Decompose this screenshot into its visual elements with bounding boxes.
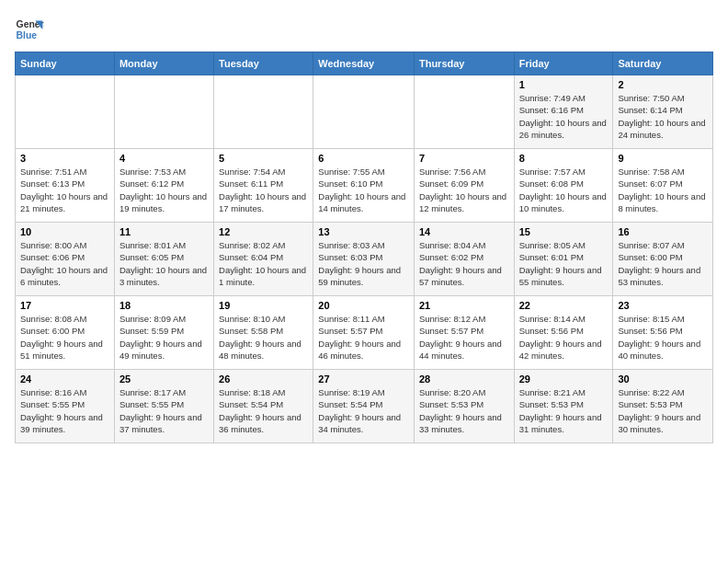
day-info: Sunrise: 8:20 AM Sunset: 5:53 PM Dayligh… <box>419 386 509 435</box>
day-cell: 12Sunrise: 8:02 AM Sunset: 6:04 PM Dayli… <box>214 223 313 296</box>
day-number: 27 <box>318 373 409 385</box>
day-cell: 29Sunrise: 8:21 AM Sunset: 5:53 PM Dayli… <box>514 370 613 443</box>
day-cell: 10Sunrise: 8:00 AM Sunset: 6:06 PM Dayli… <box>16 223 115 296</box>
day-cell: 26Sunrise: 8:18 AM Sunset: 5:54 PM Dayli… <box>214 370 313 443</box>
day-cell: 19Sunrise: 8:10 AM Sunset: 5:58 PM Dayli… <box>214 296 313 370</box>
day-cell: 9Sunrise: 7:58 AM Sunset: 6:07 PM Daylig… <box>613 149 713 223</box>
page-header: General Blue <box>15 15 713 44</box>
day-info: Sunrise: 8:17 AM Sunset: 5:55 PM Dayligh… <box>119 386 209 435</box>
day-cell: 20Sunrise: 8:11 AM Sunset: 5:57 PM Dayli… <box>313 296 415 370</box>
day-number: 10 <box>20 226 109 237</box>
day-info: Sunrise: 8:05 AM Sunset: 6:01 PM Dayligh… <box>519 239 609 288</box>
day-info: Sunrise: 7:50 AM Sunset: 6:14 PM Dayligh… <box>618 92 708 141</box>
day-info: Sunrise: 8:09 AM Sunset: 5:59 PM Dayligh… <box>119 313 209 362</box>
day-info: Sunrise: 8:14 AM Sunset: 5:56 PM Dayligh… <box>519 313 609 362</box>
day-number: 24 <box>20 373 109 385</box>
day-cell: 27Sunrise: 8:19 AM Sunset: 5:54 PM Dayli… <box>313 370 415 443</box>
weekday-header-thursday: Thursday <box>414 52 514 75</box>
day-cell: 14Sunrise: 8:04 AM Sunset: 6:02 PM Dayli… <box>414 223 514 296</box>
day-cell: 5Sunrise: 7:54 AM Sunset: 6:11 PM Daylig… <box>214 149 313 223</box>
week-row-3: 10Sunrise: 8:00 AM Sunset: 6:06 PM Dayli… <box>16 223 713 296</box>
day-cell: 7Sunrise: 7:56 AM Sunset: 6:09 PM Daylig… <box>414 149 514 223</box>
day-number: 7 <box>419 153 509 164</box>
day-number: 14 <box>419 226 509 237</box>
day-cell: 16Sunrise: 8:07 AM Sunset: 6:00 PM Dayli… <box>613 223 713 296</box>
day-info: Sunrise: 7:58 AM Sunset: 6:07 PM Dayligh… <box>618 166 708 214</box>
logo: General Blue <box>15 15 44 44</box>
day-number: 22 <box>519 300 609 311</box>
day-cell <box>114 75 213 149</box>
day-info: Sunrise: 8:00 AM Sunset: 6:06 PM Dayligh… <box>20 239 109 288</box>
day-cell <box>16 75 115 149</box>
day-cell: 11Sunrise: 8:01 AM Sunset: 6:05 PM Dayli… <box>114 223 213 296</box>
day-cell <box>414 75 514 149</box>
day-number: 15 <box>519 226 609 237</box>
day-info: Sunrise: 8:04 AM Sunset: 6:02 PM Dayligh… <box>419 239 509 288</box>
day-number: 2 <box>618 79 708 90</box>
day-cell: 8Sunrise: 7:57 AM Sunset: 6:08 PM Daylig… <box>514 149 613 223</box>
day-info: Sunrise: 7:49 AM Sunset: 6:16 PM Dayligh… <box>519 92 609 141</box>
day-number: 26 <box>219 373 308 385</box>
day-cell: 13Sunrise: 8:03 AM Sunset: 6:03 PM Dayli… <box>313 223 415 296</box>
day-info: Sunrise: 8:15 AM Sunset: 5:56 PM Dayligh… <box>618 313 708 362</box>
svg-text:Blue: Blue <box>17 30 38 40</box>
day-info: Sunrise: 8:03 AM Sunset: 6:03 PM Dayligh… <box>318 239 409 288</box>
day-info: Sunrise: 8:19 AM Sunset: 5:54 PM Dayligh… <box>318 386 409 435</box>
day-number: 20 <box>318 300 409 311</box>
day-number: 8 <box>519 153 609 164</box>
day-info: Sunrise: 7:51 AM Sunset: 6:13 PM Dayligh… <box>20 166 109 214</box>
day-info: Sunrise: 8:22 AM Sunset: 5:53 PM Dayligh… <box>618 386 708 435</box>
weekday-header-row: SundayMondayTuesdayWednesdayThursdayFrid… <box>16 52 713 75</box>
day-cell: 2Sunrise: 7:50 AM Sunset: 6:14 PM Daylig… <box>613 75 713 149</box>
day-cell: 24Sunrise: 8:16 AM Sunset: 5:55 PM Dayli… <box>16 370 115 443</box>
day-number: 12 <box>219 226 308 237</box>
day-info: Sunrise: 8:12 AM Sunset: 5:57 PM Dayligh… <box>419 313 509 362</box>
day-cell: 23Sunrise: 8:15 AM Sunset: 5:56 PM Dayli… <box>613 296 713 370</box>
day-cell <box>313 75 415 149</box>
day-cell: 17Sunrise: 8:08 AM Sunset: 6:00 PM Dayli… <box>16 296 115 370</box>
weekday-header-sunday: Sunday <box>16 52 115 75</box>
day-cell: 6Sunrise: 7:55 AM Sunset: 6:10 PM Daylig… <box>313 149 415 223</box>
day-info: Sunrise: 8:10 AM Sunset: 5:58 PM Dayligh… <box>219 313 308 362</box>
day-info: Sunrise: 8:08 AM Sunset: 6:00 PM Dayligh… <box>20 313 109 362</box>
day-info: Sunrise: 8:07 AM Sunset: 6:00 PM Dayligh… <box>618 239 708 288</box>
weekday-header-friday: Friday <box>514 52 613 75</box>
day-info: Sunrise: 8:18 AM Sunset: 5:54 PM Dayligh… <box>219 386 308 435</box>
day-number: 23 <box>618 300 708 311</box>
day-info: Sunrise: 8:16 AM Sunset: 5:55 PM Dayligh… <box>20 386 109 435</box>
day-number: 1 <box>519 79 609 90</box>
day-number: 13 <box>318 226 409 237</box>
day-info: Sunrise: 8:02 AM Sunset: 6:04 PM Dayligh… <box>219 239 308 288</box>
day-number: 28 <box>419 373 509 385</box>
day-number: 18 <box>119 300 209 311</box>
week-row-1: 1Sunrise: 7:49 AM Sunset: 6:16 PM Daylig… <box>16 75 713 149</box>
day-number: 4 <box>119 153 209 164</box>
day-cell: 22Sunrise: 8:14 AM Sunset: 5:56 PM Dayli… <box>514 296 613 370</box>
day-number: 16 <box>618 226 708 237</box>
day-info: Sunrise: 7:54 AM Sunset: 6:11 PM Dayligh… <box>219 166 308 214</box>
day-number: 30 <box>618 373 708 385</box>
weekday-header-tuesday: Tuesday <box>214 52 313 75</box>
day-info: Sunrise: 7:55 AM Sunset: 6:10 PM Dayligh… <box>318 166 409 214</box>
day-number: 19 <box>219 300 308 311</box>
day-info: Sunrise: 7:57 AM Sunset: 6:08 PM Dayligh… <box>519 166 609 214</box>
day-number: 6 <box>318 153 409 164</box>
day-number: 29 <box>519 373 609 385</box>
day-cell: 4Sunrise: 7:53 AM Sunset: 6:12 PM Daylig… <box>114 149 213 223</box>
day-cell: 25Sunrise: 8:17 AM Sunset: 5:55 PM Dayli… <box>114 370 213 443</box>
day-number: 11 <box>119 226 209 237</box>
day-cell: 3Sunrise: 7:51 AM Sunset: 6:13 PM Daylig… <box>16 149 115 223</box>
day-info: Sunrise: 7:53 AM Sunset: 6:12 PM Dayligh… <box>119 166 209 214</box>
weekday-header-wednesday: Wednesday <box>313 52 415 75</box>
day-number: 3 <box>20 153 109 164</box>
day-number: 21 <box>419 300 509 311</box>
day-number: 5 <box>219 153 308 164</box>
day-cell: 18Sunrise: 8:09 AM Sunset: 5:59 PM Dayli… <box>114 296 213 370</box>
day-info: Sunrise: 8:11 AM Sunset: 5:57 PM Dayligh… <box>318 313 409 362</box>
week-row-2: 3Sunrise: 7:51 AM Sunset: 6:13 PM Daylig… <box>16 149 713 223</box>
weekday-header-saturday: Saturday <box>613 52 713 75</box>
weekday-header-monday: Monday <box>114 52 213 75</box>
week-row-5: 24Sunrise: 8:16 AM Sunset: 5:55 PM Dayli… <box>16 370 713 443</box>
day-cell: 21Sunrise: 8:12 AM Sunset: 5:57 PM Dayli… <box>414 296 514 370</box>
day-cell: 15Sunrise: 8:05 AM Sunset: 6:01 PM Dayli… <box>514 223 613 296</box>
